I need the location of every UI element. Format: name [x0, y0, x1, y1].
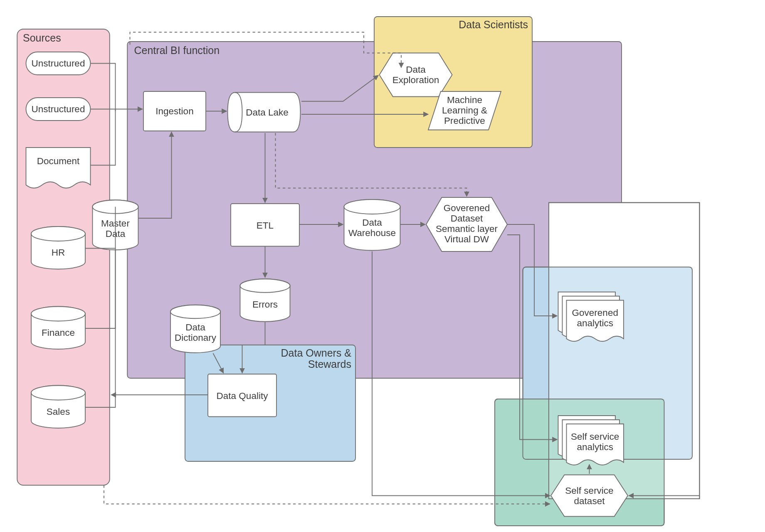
node-finance-label: Finance: [42, 328, 75, 338]
node-errors-label: Errors: [252, 299, 278, 310]
architecture-diagram: Sources Central BI function Data Scienti…: [0, 0, 765, 532]
node-hr-label: HR: [52, 247, 65, 258]
group-central-bi-label: Central BI function: [134, 44, 220, 56]
node-governed-dataset-l4: Virtual DW: [444, 234, 489, 244]
node-unstructured-2-label: Unstructured: [32, 104, 85, 114]
node-governed-dataset-l3: Semantic layer: [436, 224, 498, 234]
svg-point-8: [31, 307, 85, 321]
svg-point-16: [170, 305, 220, 319]
node-ssa-l1: Self service: [571, 431, 619, 442]
node-governed-dataset-l2: Dataset: [451, 213, 483, 224]
group-data-scientists-label: Data Scientists: [459, 19, 528, 30]
group-data-owners-label-2: Stewards: [308, 358, 351, 370]
node-unstructured-1-label: Unstructured: [32, 58, 85, 69]
node-data-dictionary-label-2: Dictionary: [175, 332, 217, 343]
node-data-lake-label: Data Lake: [246, 107, 289, 118]
node-sales-label: Sales: [47, 406, 70, 417]
node-governed-analytics-l2: analytics: [577, 318, 613, 328]
node-ssa-l2: analytics: [577, 442, 613, 452]
svg-point-14: [240, 279, 290, 293]
node-data-exploration-l1: Data: [406, 64, 426, 75]
node-ml-l1: Machine: [447, 95, 482, 105]
node-ml-l3: Predictive: [444, 116, 485, 126]
node-ml-l2: Learning &: [442, 105, 487, 116]
node-data-warehouse-label-2: Warehouse: [348, 228, 396, 238]
svg-point-6: [31, 227, 85, 241]
node-ssd-l1: Self service: [565, 485, 613, 496]
node-ssd-l2: dataset: [574, 496, 605, 506]
node-document: [26, 148, 91, 188]
node-data-warehouse-label-1: Data: [362, 217, 382, 228]
node-ingestion-label: Ingestion: [155, 106, 193, 116]
node-governed-dataset-l1: Goverened: [444, 203, 490, 213]
node-data-dictionary-label-1: Data: [185, 322, 205, 332]
node-governed-analytics-l1: Goverened: [572, 308, 618, 318]
node-data-exploration-l2: Exploration: [392, 75, 439, 85]
node-etl-label: ETL: [257, 220, 274, 231]
svg-point-10: [31, 386, 85, 400]
group-sources-label: Sources: [23, 32, 61, 44]
node-document-label: Document: [37, 156, 80, 166]
svg-point-18: [344, 200, 400, 214]
group-data-owners-label-1: Data Owners &: [281, 347, 351, 359]
node-data-quality-label: Data Quality: [217, 391, 269, 401]
